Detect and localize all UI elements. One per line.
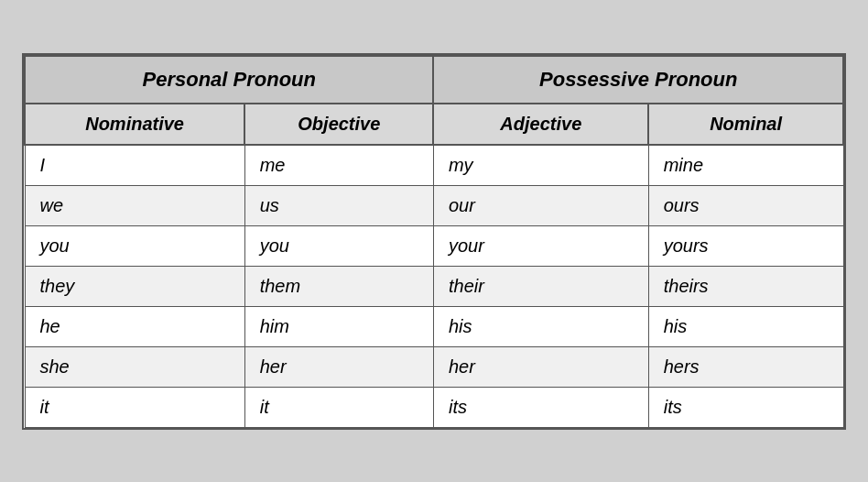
cell-objective-3: them: [244, 266, 433, 306]
cell-adjective-6: its: [433, 387, 648, 427]
cell-nominative-1: we: [25, 185, 244, 225]
personal-pronoun-header: Personal Pronoun: [25, 56, 433, 104]
table-row: itititsits: [25, 387, 843, 427]
cell-adjective-3: their: [433, 266, 648, 306]
cell-nominal-3: theirs: [648, 266, 843, 306]
nominal-header: Nominal: [648, 104, 843, 145]
table-body: Imemymineweusouroursyouyouyouryourstheyt…: [25, 145, 843, 428]
pronoun-table-container: Personal Pronoun Possessive Pronoun Nomi…: [22, 53, 846, 430]
table-header-row-2: Nominative Objective Adjective Nominal: [25, 104, 843, 145]
cell-nominative-5: she: [25, 346, 244, 387]
cell-adjective-2: your: [433, 225, 648, 266]
table-row: youyouyouryours: [25, 225, 843, 266]
cell-nominative-4: he: [25, 306, 244, 346]
cell-nominative-0: I: [25, 145, 244, 186]
objective-header: Objective: [244, 104, 433, 145]
nominative-header: Nominative: [25, 104, 244, 145]
cell-adjective-1: our: [433, 185, 648, 225]
table-row: theythemtheirtheirs: [25, 266, 843, 306]
possessive-pronoun-header: Possessive Pronoun: [433, 56, 843, 104]
cell-objective-6: it: [244, 387, 433, 427]
cell-objective-4: him: [244, 306, 433, 346]
cell-nominative-6: it: [25, 387, 244, 427]
cell-objective-5: her: [244, 346, 433, 387]
pronoun-table: Personal Pronoun Possessive Pronoun Nomi…: [24, 55, 844, 428]
cell-objective-2: you: [244, 225, 433, 266]
cell-nominal-5: hers: [648, 346, 843, 387]
cell-adjective-4: his: [433, 306, 648, 346]
table-row: hehimhishis: [25, 306, 843, 346]
cell-nominal-4: his: [648, 306, 843, 346]
cell-objective-0: me: [244, 145, 433, 186]
cell-nominal-2: yours: [648, 225, 843, 266]
table-row: sheherherhers: [25, 346, 843, 387]
table-row: Imemymine: [25, 145, 843, 186]
cell-nominal-6: its: [648, 387, 843, 427]
cell-objective-1: us: [244, 185, 433, 225]
cell-nominative-3: they: [25, 266, 244, 306]
cell-adjective-0: my: [433, 145, 648, 186]
table-row: weusourours: [25, 185, 843, 225]
cell-nominal-1: ours: [648, 185, 843, 225]
adjective-header: Adjective: [433, 104, 648, 145]
table-header-row-1: Personal Pronoun Possessive Pronoun: [25, 56, 843, 104]
cell-adjective-5: her: [433, 346, 648, 387]
cell-nominative-2: you: [25, 225, 244, 266]
cell-nominal-0: mine: [648, 145, 843, 186]
